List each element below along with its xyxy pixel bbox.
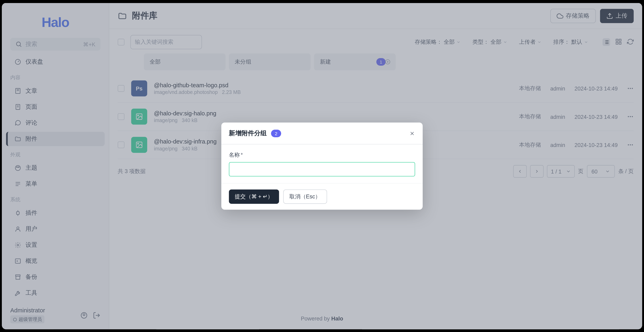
close-icon[interactable] [409, 130, 415, 136]
modal-body: 名称* [221, 144, 423, 183]
modal-overlay[interactable]: 新增附件分组 2 名称* 提交（⌘ + ↵） 取消（Esc） [2, 3, 642, 329]
modal-badge: 2 [271, 129, 281, 137]
button-label: 提交（⌘ + ↵） [235, 193, 273, 200]
label-text: 名称 [229, 151, 240, 158]
name-input[interactable] [229, 162, 415, 176]
button-label: 取消（Esc） [290, 193, 320, 200]
name-field-label: 名称* [229, 151, 415, 159]
add-group-modal: 新增附件分组 2 名称* 提交（⌘ + ↵） 取消（Esc） [221, 122, 423, 210]
cancel-button[interactable]: 取消（Esc） [283, 189, 327, 204]
submit-button[interactable]: 提交（⌘ + ↵） [229, 189, 279, 204]
modal-title: 新增附件分组 [229, 129, 267, 137]
modal-footer: 提交（⌘ + ↵） 取消（Esc） [221, 183, 423, 210]
modal-header: 新增附件分组 2 [221, 122, 423, 144]
